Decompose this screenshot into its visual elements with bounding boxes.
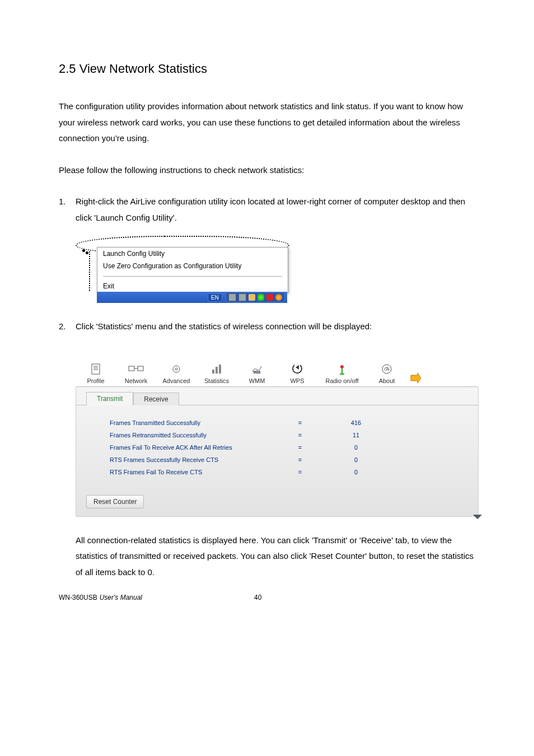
toolbar-advanced[interactable]: Advanced xyxy=(156,363,196,386)
wmm-icon: QoS xyxy=(251,363,263,375)
svg-rect-0 xyxy=(92,364,100,374)
table-row: RTS Frames Fail To Receive CTS = 0 xyxy=(110,466,456,478)
menu-item-launch-config[interactable]: Launch Config Utility xyxy=(97,248,288,260)
menu-item-exit[interactable]: Exit xyxy=(97,280,288,292)
toolbar-label: Network xyxy=(125,377,147,384)
footer-manual: User's Manual xyxy=(100,594,142,601)
tray-alert-icon[interactable] xyxy=(266,294,273,301)
svg-rect-4 xyxy=(129,366,134,371)
step-2-number: 2. xyxy=(59,319,76,335)
toolbar-label: Radio on/off xyxy=(325,377,358,384)
svg-rect-10 xyxy=(216,367,218,374)
stat-value: 11 xyxy=(322,432,390,438)
table-row: Frames Fail To Receive ACK After All Ret… xyxy=(110,441,456,454)
footer-page-number: 40 xyxy=(254,594,261,601)
toolbar-label: About xyxy=(379,377,395,384)
stat-value: 0 xyxy=(322,444,390,451)
language-indicator[interactable]: EN xyxy=(208,293,222,302)
toolbar-wps[interactable]: WPS xyxy=(277,363,317,386)
tray-wifi-icon[interactable] xyxy=(257,294,264,301)
menu-item-zero-config[interactable]: Use Zero Configuration as Configuration … xyxy=(97,260,288,272)
footer-model: WN-360USB xyxy=(59,594,97,601)
statistics-panel: Transmit Receive Frames Transmitted Succ… xyxy=(76,386,479,517)
network-icon xyxy=(128,363,144,375)
page-footer: WN-360USB User's Manual 40 xyxy=(59,594,261,601)
toolbar-statistics[interactable]: Statistics xyxy=(196,363,237,386)
stat-label: Frames Retransmitted Successfully xyxy=(110,432,278,438)
profile-icon xyxy=(90,363,102,375)
tab-transmit[interactable]: Transmit xyxy=(86,392,133,405)
toolbar-network[interactable]: Network xyxy=(116,363,156,386)
svg-rect-5 xyxy=(138,366,143,371)
step-1-number: 1. xyxy=(59,194,76,226)
toolbar-next-arrow[interactable] xyxy=(407,372,425,386)
equals-sign: = xyxy=(278,456,322,463)
equals-sign: = xyxy=(278,419,322,426)
result-paragraph: All connection-related statistics is dis… xyxy=(76,533,475,581)
toolbar-label: Profile xyxy=(87,377,104,384)
table-row: RTS Frames Successfully Receive CTS = 0 xyxy=(110,454,456,466)
stat-label: Frames Transmitted Successfully xyxy=(110,419,278,426)
pointer-line-icon xyxy=(89,251,90,291)
step-2-text: Click 'Statistics' menu and the statisti… xyxy=(76,319,475,335)
radio-icon xyxy=(336,363,348,375)
statistics-window: Profile Network Advanced Statistics QoS … xyxy=(76,351,479,517)
toolbar-radio[interactable]: Radio on/off xyxy=(317,363,367,386)
equals-sign: = xyxy=(278,444,322,451)
intro-paragraph-1: The configuration utility provides infor… xyxy=(59,99,475,147)
pointer-dots-icon xyxy=(82,249,93,255)
context-menu: Launch Config Utility Use Zero Configura… xyxy=(97,247,288,293)
svg-point-8 xyxy=(175,368,177,370)
stat-label: RTS Frames Fail To Receive CTS xyxy=(110,469,278,475)
svg-text:QoS: QoS xyxy=(254,370,260,374)
svg-point-7 xyxy=(173,366,180,372)
statistics-table: Frames Transmitted Successfully = 416 Fr… xyxy=(76,405,478,484)
stat-label: RTS Frames Successfully Receive CTS xyxy=(110,456,278,463)
tray-update-icon[interactable] xyxy=(275,294,282,301)
toolbar-label: WMM xyxy=(249,377,265,384)
statistics-icon xyxy=(210,363,223,375)
table-row: Frames Retransmitted Successfully = 11 xyxy=(110,429,456,441)
context-menu-screenshot: Launch Config Utility Use Zero Configura… xyxy=(76,241,294,303)
reset-counter-button[interactable]: Reset Counter xyxy=(86,495,144,508)
toolbar-wmm[interactable]: QoS WMM xyxy=(237,363,277,386)
menu-separator xyxy=(97,272,288,280)
wps-icon xyxy=(291,363,303,375)
toolbar-label: Statistics xyxy=(204,377,229,384)
toolbar-about[interactable]: A About xyxy=(367,363,407,386)
equals-sign: = xyxy=(278,469,322,475)
svg-rect-11 xyxy=(219,365,221,374)
tray-shield-icon[interactable] xyxy=(249,294,255,301)
taskbar-tray: EN xyxy=(97,292,287,303)
step-1-text: Right-click the AirLive configuration ut… xyxy=(76,194,475,226)
section-title: 2.5 View Network Statistics xyxy=(59,62,475,76)
toolbar-label: WPS xyxy=(290,377,304,384)
tab-bar: Transmit Receive xyxy=(76,387,478,405)
equals-sign: = xyxy=(278,432,322,438)
toolbar: Profile Network Advanced Statistics QoS … xyxy=(76,351,479,386)
toolbar-profile[interactable]: Profile xyxy=(76,363,116,386)
tray-display-icon[interactable] xyxy=(238,293,246,301)
step-2: 2. Click 'Statistics' menu and the stati… xyxy=(59,319,475,335)
svg-text:A: A xyxy=(386,367,389,372)
systray xyxy=(226,292,285,302)
stat-value: 416 xyxy=(322,419,390,426)
about-icon: A xyxy=(381,363,393,375)
tab-receive[interactable]: Receive xyxy=(133,393,179,405)
tray-monitor-icon[interactable] xyxy=(228,293,236,301)
stat-label: Frames Fail To Receive ACK After All Ret… xyxy=(110,444,278,451)
step-1: 1. Right-click the AirLive configuration… xyxy=(59,194,475,226)
stat-value: 0 xyxy=(322,456,390,463)
svg-rect-9 xyxy=(212,370,214,374)
gear-icon xyxy=(170,363,182,375)
stat-value: 0 xyxy=(322,469,390,475)
table-row: Frames Transmitted Successfully = 416 xyxy=(110,417,456,429)
svg-point-14 xyxy=(340,365,344,368)
chevron-down-icon[interactable] xyxy=(472,514,483,521)
toolbar-label: Advanced xyxy=(163,377,190,384)
arrow-right-icon xyxy=(410,372,422,384)
intro-paragraph-2: Please follow the following instructions… xyxy=(59,162,475,179)
